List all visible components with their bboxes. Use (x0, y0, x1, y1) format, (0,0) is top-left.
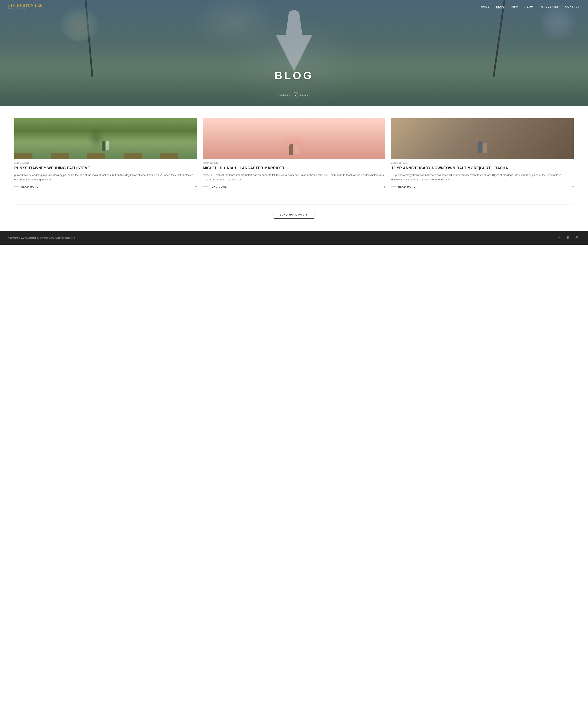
comment-icon-1: 〈 (193, 185, 194, 188)
nav-links: HOME BLOG INFO ABOUT GALLERIES CONTACT (481, 5, 580, 8)
scroll-label-left: SCROLL (279, 94, 291, 96)
read-more-link-2[interactable]: READ MORE (203, 186, 227, 188)
read-more-label-2: READ MORE (209, 186, 227, 188)
blog-card-footer-3: READ MORE 〈 0 (392, 185, 574, 188)
hero-title: BLOG (275, 69, 313, 82)
blog-card-excerpt-1: punxsutawney wedding in punxsutawney pa,… (14, 173, 196, 182)
nav-link-blog[interactable]: BLOG (496, 5, 505, 9)
blog-card-title-2: MICHELLE + NIAH | LANCASTER MARRIOTT (203, 166, 385, 170)
scroll-circle (293, 92, 298, 98)
anniversary-figures (478, 141, 487, 153)
nav-item-home[interactable]: HOME (481, 5, 490, 8)
nav-link-info[interactable]: INFO (511, 5, 518, 8)
svg-rect-0 (576, 237, 578, 239)
nav-item-galleries[interactable]: GALLERIES (542, 5, 559, 8)
blog-card-title-3: 10 YR ANNIVERSARY DOWNTOWN BALTIMORE|CUR… (392, 166, 574, 170)
comment-number-2: 1 (384, 185, 385, 188)
blog-card-1: August 5, 2016 PUNXSUTAWNEY WEDDING PATI… (14, 119, 196, 188)
blog-section: August 5, 2016 PUNXSUTAWNEY WEDDING PATI… (0, 106, 588, 205)
hero-section: BLOG SCROLL DOWN (0, 0, 588, 106)
facebook-icon[interactable] (556, 235, 562, 241)
person-male (102, 141, 105, 151)
nav-item-about[interactable]: ABOUT (525, 5, 535, 8)
read-more-line-3 (392, 187, 397, 187)
card-image-outdoor-wedding (14, 119, 196, 159)
main-nav: LIVINGSTON LEE PHOTOGRAPHY HOME BLOG INF… (0, 0, 588, 13)
read-more-link-3[interactable]: READ MORE (392, 186, 416, 188)
logo-second: LEE (35, 3, 43, 7)
blog-card-image-1 (14, 119, 196, 159)
blog-card-image-3 (392, 119, 574, 159)
reception-figures (289, 144, 299, 155)
scroll-indicator: SCROLL DOWN (279, 92, 309, 98)
blog-card-2: March 31, 2016 MICHELLE + NIAH | LANCAST… (203, 119, 385, 188)
couple-silhouette-1 (102, 141, 109, 151)
blog-card-footer-1: READ MORE 〈 0 (14, 185, 196, 188)
logo-name: LIVINGSTON LEE (8, 4, 43, 7)
load-more-section: LOAD MORE POSTS (14, 205, 574, 231)
nav-item-info[interactable]: INFO (511, 5, 518, 8)
blog-card-footer-2: READ MORE 〈 1 (203, 185, 385, 188)
blog-card-excerpt-3: 10 yr anniversary downtown baltimore awe… (392, 173, 574, 182)
nav-item-contact[interactable]: CONTACT (565, 5, 580, 8)
instagram-icon[interactable] (574, 235, 580, 241)
nav-item-blog[interactable]: BLOG (496, 5, 505, 8)
load-more-button[interactable]: LOAD MORE POSTS (274, 211, 314, 219)
fence-decoration (14, 153, 196, 159)
logo[interactable]: LIVINGSTON LEE PHOTOGRAPHY (8, 4, 43, 9)
figure-bride (295, 144, 299, 154)
blog-card-title-1: PUNXSUTAWNEY WEDDING PATI+STEVE (14, 166, 196, 170)
logo-subtitle: PHOTOGRAPHY (8, 7, 27, 9)
read-more-label-1: READ MORE (21, 186, 38, 188)
site-footer: Copyright © 2020 Livingston Lee Photogra… (0, 231, 588, 245)
read-more-line-1 (14, 187, 19, 187)
svg-point-1 (576, 237, 578, 238)
blog-card-date-1: August 5, 2016 (14, 162, 196, 164)
figure-man (478, 141, 482, 153)
logo-first: LIVINGSTON (8, 3, 34, 7)
footer-social (556, 235, 580, 241)
figure-groom (289, 144, 293, 155)
card-image-anniversary (392, 119, 574, 159)
blog-card-date-3: August 18, 2015 (392, 162, 574, 164)
scroll-dot (295, 95, 296, 96)
blog-card-excerpt-2: michelle + niah @ the lancaster marriott… (203, 173, 385, 182)
comment-count-1: 〈 0 (193, 185, 197, 188)
read-more-label-3: READ MORE (398, 186, 416, 188)
nav-link-contact[interactable]: CONTACT (565, 5, 580, 8)
comment-count-3: 〈 0 (570, 185, 574, 188)
scroll-label-right: DOWN (300, 94, 309, 96)
comment-number-3: 0 (572, 185, 574, 188)
person-female (106, 141, 109, 150)
anniversary-overlay (392, 119, 574, 159)
pinterest-icon[interactable] (565, 235, 571, 241)
nav-link-home[interactable]: HOME (481, 5, 490, 8)
comment-icon-3: 〈 (570, 185, 571, 188)
nav-link-about[interactable]: ABOUT (525, 5, 535, 8)
figure-woman (483, 143, 487, 153)
comment-icon-2: 〈 (382, 185, 383, 188)
blog-grid: August 5, 2016 PUNXSUTAWNEY WEDDING PATI… (14, 119, 574, 188)
comment-count-2: 〈 1 (382, 185, 385, 188)
nav-link-galleries[interactable]: GALLERIES (542, 5, 559, 8)
blog-card-image-2 (203, 119, 385, 159)
footer-copyright: Copyright © 2020 Livingston Lee Photogra… (8, 237, 76, 239)
hero-background (0, 0, 588, 106)
comment-number-1: 0 (195, 185, 197, 188)
blog-card-date-2: March 31, 2016 (203, 162, 385, 164)
card-image-marriott (203, 119, 385, 159)
blog-card-3: August 18, 2015 10 YR ANNIVERSARY DOWNTO… (392, 119, 574, 188)
read-more-link-1[interactable]: READ MORE (14, 186, 38, 188)
read-more-line-2 (203, 187, 208, 187)
hero-overlay (0, 0, 588, 106)
